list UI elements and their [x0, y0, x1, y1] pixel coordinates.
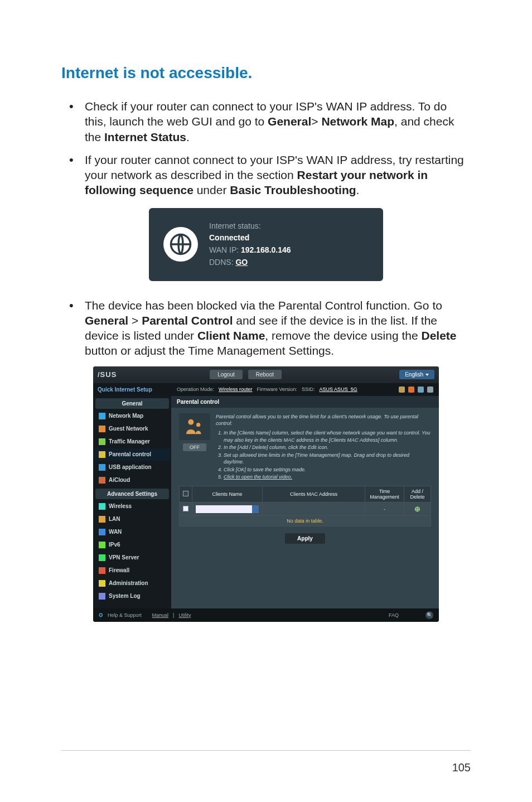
text: . — [356, 183, 360, 196]
sidebar-item-ipv6[interactable]: IPv6 — [94, 539, 170, 551]
bold: Network Map — [321, 115, 394, 128]
text: , remove the device using the — [265, 329, 421, 342]
label: Network Map — [109, 413, 143, 419]
opmode-value[interactable]: Wireless router — [219, 386, 253, 392]
intro-text: Parental control allows you to set the t… — [216, 413, 431, 427]
status-icon — [418, 386, 424, 393]
apply-button[interactable]: Apply — [285, 533, 325, 544]
bullet-1: Check if your router can connect to your… — [69, 99, 471, 144]
search-icon[interactable]: 🔍 — [425, 611, 433, 619]
ssid-label: SSID: — [302, 386, 315, 392]
label: Parental control — [109, 451, 151, 457]
add-button[interactable]: ⊕ — [414, 505, 420, 513]
shield-icon — [99, 567, 105, 574]
sidebar-item-guest[interactable]: Guest Network — [94, 423, 170, 435]
section-heading: Internet is not accessible. — [61, 64, 471, 82]
label: VPN Server — [109, 554, 139, 561]
status-text: Internet status: Connected WAN IP: 192.1… — [209, 220, 291, 269]
instructions: Parental control allows you to set the t… — [216, 413, 431, 481]
manual-link[interactable]: Manual — [152, 612, 169, 618]
checkbox[interactable] — [183, 506, 188, 511]
step-1: In the [Clients Name] column, select the… — [224, 429, 431, 443]
bullet-list-2: The device has been blocked via the Pare… — [69, 298, 471, 359]
help-label: Help & Support — [108, 612, 142, 618]
sidebar-item-network-map[interactable]: Network Map — [94, 410, 170, 422]
language-select[interactable]: English — [399, 370, 434, 379]
sidebar-item-aicloud[interactable]: AiCloud — [94, 474, 170, 486]
label: IPv6 — [109, 542, 120, 548]
wifi-icon — [99, 503, 105, 510]
chart-icon — [99, 438, 105, 445]
reboot-button[interactable]: Reboot — [248, 370, 282, 379]
label: Wireless — [109, 503, 132, 509]
sidebar-item-traffic[interactable]: Traffic Manager — [94, 436, 170, 448]
ddns-link[interactable]: GO — [235, 258, 248, 267]
sidebar-item-lan[interactable]: LAN — [94, 513, 170, 525]
vpn-icon — [99, 554, 105, 561]
bold: Parental Control — [142, 314, 233, 327]
page-number: 105 — [452, 761, 471, 774]
faq-link[interactable]: FAQ — [389, 612, 399, 618]
gui-header: /SUS Logout Reboot English — [93, 366, 439, 383]
bold: Basic Troubleshooting — [230, 183, 356, 196]
sidebar-item-vpn[interactable]: VPN Server — [94, 552, 170, 564]
internet-status-panel: Internet status: Connected WAN IP: 192.1… — [149, 208, 383, 281]
bold: Client Name — [197, 329, 265, 342]
sidebar-item-usb[interactable]: USB application — [94, 461, 170, 474]
logout-button[interactable]: Logout — [210, 370, 243, 379]
table-row: - ⊕ — [180, 503, 431, 516]
svg-point-2 — [196, 423, 200, 427]
nav-group-advanced: Advanced Settings — [95, 489, 169, 499]
status-icon — [427, 386, 433, 393]
ipv6-icon — [99, 542, 105, 548]
chevron-down-icon — [252, 505, 259, 513]
sidebar-item-qis[interactable]: Quick Internet Setup — [93, 383, 171, 396]
mac-cell[interactable] — [262, 503, 365, 516]
info-bar: Operation Mode: Wireless router Firmware… — [171, 383, 439, 396]
label: Administration — [109, 580, 148, 586]
parental-icon — [179, 413, 210, 440]
off-toggle[interactable]: OFF — [183, 443, 206, 451]
checkbox-all[interactable] — [183, 491, 188, 496]
bullet-2: If your router cannot connect to your IS… — [69, 152, 471, 198]
status-icon — [408, 386, 414, 393]
ssid-value[interactable]: ASUS ASUS_5G — [320, 386, 357, 392]
bullet-3: The device has been blocked via the Pare… — [69, 298, 471, 359]
network-icon — [99, 413, 105, 419]
sidebar-item-admin[interactable]: Administration — [94, 577, 170, 590]
no-data-text: No data in table. — [180, 516, 431, 526]
status-icon — [399, 386, 405, 393]
sidebar-item-wireless[interactable]: Wireless — [94, 500, 170, 513]
clients-table: Clients Name Clients MAC Address Time Ma… — [179, 486, 431, 526]
clients-name-select[interactable] — [196, 505, 259, 513]
log-icon — [99, 593, 105, 600]
step-5-link[interactable]: Click to open the tutorial video. — [224, 474, 431, 481]
usb-icon — [99, 464, 105, 471]
brand-logo: /SUS — [98, 370, 204, 379]
sep: | — [173, 612, 174, 618]
users-icon — [99, 426, 105, 432]
gui-footer: ✪ Help & Support Manual | Utility FAQ 🔍 — [93, 608, 439, 622]
page-rule — [61, 750, 471, 751]
sidebar-item-parental[interactable]: Parental control — [94, 448, 170, 461]
text: under — [194, 183, 230, 196]
bold: General — [268, 115, 311, 128]
label: WAN — [109, 529, 122, 535]
main-panel: Operation Mode: Wireless router Firmware… — [171, 383, 439, 608]
step-2: In the [Add / Delete] column, click the … — [224, 444, 431, 451]
language-label: English — [405, 371, 423, 378]
sidebar: Quick Internet Setup General Network Map… — [93, 383, 171, 608]
label: System Log — [109, 593, 141, 599]
label: LAN — [109, 516, 120, 522]
home-icon — [99, 516, 105, 523]
sidebar-item-syslog[interactable]: System Log — [94, 590, 170, 602]
text: . — [186, 131, 190, 143]
text: > — [311, 115, 321, 128]
text: button or adjust the Time Management Set… — [85, 344, 334, 357]
sidebar-item-wan[interactable]: WAN — [94, 526, 170, 538]
utility-link[interactable]: Utility — [178, 612, 191, 618]
sidebar-item-firewall[interactable]: Firewall — [94, 564, 170, 577]
globe-icon — [99, 529, 105, 535]
tab-parental[interactable]: Parental control — [171, 396, 439, 408]
label: USB application — [109, 464, 152, 470]
